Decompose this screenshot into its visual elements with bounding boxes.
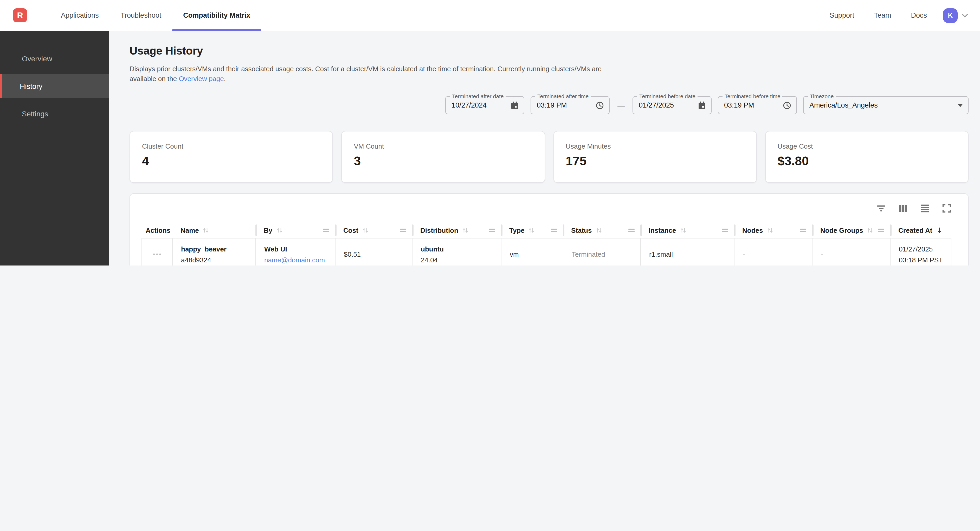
terminated-before-time-input[interactable]: Terminated before time 03:19 PM [718,96,797,114]
email-link[interactable]: name@domain.com [264,256,335,264]
stat-card-usage-minutes: Usage Minutes 175 [553,131,757,183]
cell-distribution: ubuntu24.04 [412,238,501,265]
overview-page-link[interactable]: Overview page [179,75,224,82]
cell-created-at: 01/27/202503:18 PM PST [891,238,951,265]
column-header-nodes[interactable]: Nodes [735,222,813,238]
column-header-actions: Actions [142,222,173,238]
column-menu-icon[interactable] [400,228,406,233]
cell-nodes: - [735,238,813,265]
account-menu[interactable]: K [937,0,980,31]
sort-icon [867,227,873,233]
column-header-instance[interactable]: Instance [641,222,735,238]
cell-type: vm [501,238,563,265]
nav-link-support[interactable]: Support [820,0,864,31]
grid-header-row: ActionsNameByCostDistributionTypeStatusI… [142,222,951,238]
app-root: R Applications Troubleshoot Compatibilit… [0,0,980,265]
terminated-after-date-input[interactable]: Terminated after date 10/27/2024 [445,96,524,114]
sort-icon [362,227,369,233]
cell-name: happy_beavera48d9324 [173,238,256,265]
filter-icon[interactable] [877,203,886,213]
column-header-status[interactable]: Status [563,222,641,238]
cell-by: Web UIname@domain.com [256,238,336,265]
sidebar-item-settings[interactable]: Settings [0,102,109,126]
sidebar: Overview History Settings [0,31,109,265]
density-icon[interactable] [920,203,929,213]
stats-row: Cluster Count 4 VM Count 3 Usage Minutes… [129,131,969,183]
replicated-logo-icon[interactable]: R [13,8,27,22]
column-header-type[interactable]: Type [501,222,563,238]
usage-table-card: ActionsNameByCostDistributionTypeStatusI… [129,193,969,265]
stat-card-usage-cost: Usage Cost $3.80 [765,131,969,183]
cell-status: Terminated [563,238,641,265]
clock-icon[interactable] [596,101,604,109]
stat-card-vm-count: VM Count 3 [342,131,545,183]
column-menu-icon[interactable] [878,228,884,233]
sort-icon [528,227,535,233]
calendar-icon[interactable] [511,101,519,109]
sort-icon [203,227,209,233]
cell-actions [142,238,173,265]
page-description: Displays prior clusters/VMs and their as… [129,64,626,84]
table-toolbar [130,194,968,222]
usage-history-grid: ActionsNameByCostDistributionTypeStatusI… [142,222,951,265]
table-row: happy_beavera48d9324Web UIname@domain.co… [142,238,951,265]
sort-icon [595,227,602,233]
nav-link-docs[interactable]: Docs [901,0,937,31]
row-actions-button[interactable] [151,250,163,258]
caret-down-icon [958,104,963,107]
filters-row: Terminated after date 10/27/2024 Termina… [129,96,969,114]
tab-applications[interactable]: Applications [50,0,110,31]
sort-icon [462,227,469,233]
nav-link-team[interactable]: Team [864,0,901,31]
sidebar-item-history[interactable]: History [0,74,109,98]
stat-card-cluster-count: Cluster Count 4 [129,131,333,183]
clock-icon[interactable] [783,101,791,109]
terminated-after-time-input[interactable]: Terminated after time 03:19 PM [531,96,609,114]
column-menu-icon[interactable] [551,228,557,233]
column-header-name[interactable]: Name [173,222,256,238]
column-menu-icon[interactable] [323,228,329,233]
column-header-by[interactable]: By [256,222,336,238]
tab-compatibility-matrix[interactable]: Compatibility Matrix [172,0,261,31]
terminated-before-date-input[interactable]: Terminated before date 01/27/2025 [633,96,711,114]
columns-icon[interactable] [898,203,908,213]
timezone-select[interactable]: Timezone America/Los_Angeles [803,96,969,114]
date-range-separator: — [616,101,626,109]
cell-cost: $0.51 [336,238,412,265]
column-header-created-at[interactable]: Created At [891,222,951,238]
grid-body: happy_beavera48d9324Web UIname@domain.co… [142,238,951,265]
chevron-down-icon [961,12,969,19]
sort-icon [767,227,773,233]
column-menu-icon[interactable] [800,228,806,233]
column-menu-icon[interactable] [628,228,635,233]
column-header-distribution[interactable]: Distribution [412,222,501,238]
fullscreen-icon[interactable] [942,203,951,213]
calendar-icon[interactable] [698,101,706,109]
active-tab-underline [172,29,261,31]
cell-instance: r1.small [641,238,735,265]
cell-node-groups: - [813,238,891,265]
sidebar-item-overview[interactable]: Overview [0,47,109,71]
tab-troubleshoot[interactable]: Troubleshoot [110,0,172,31]
main-content: Usage History Displays prior clusters/VM… [109,31,980,265]
column-menu-icon[interactable] [722,228,728,233]
sort-desc-icon [936,227,943,234]
page-title: Usage History [129,45,969,57]
column-menu-icon[interactable] [489,228,495,233]
top-navigation: R Applications Troubleshoot Compatibilit… [0,0,980,31]
column-header-node-groups[interactable]: Node Groups [813,222,891,238]
sort-icon [276,227,283,233]
column-header-cost[interactable]: Cost [336,222,412,238]
sort-icon [680,227,687,233]
avatar[interactable]: K [943,8,958,22]
nav-spacer [261,0,820,31]
